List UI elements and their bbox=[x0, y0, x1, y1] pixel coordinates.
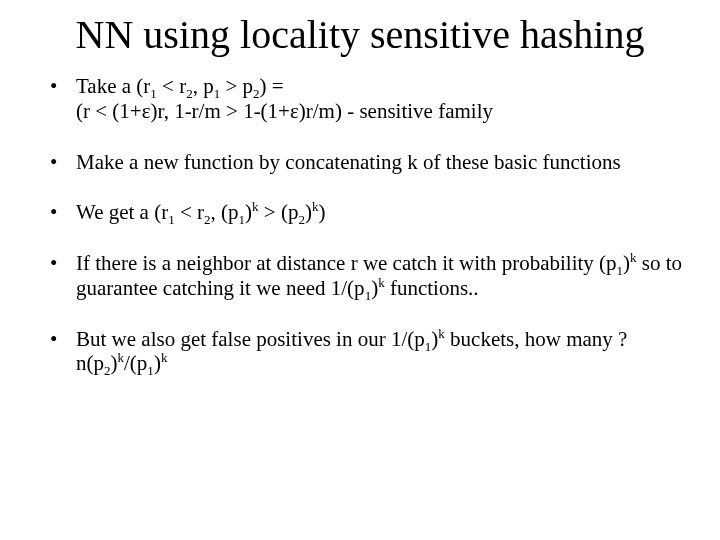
bullet-2: Make a new function by concatenating k o… bbox=[50, 150, 690, 175]
slide: NN using locality sensitive hashing Take… bbox=[0, 0, 720, 540]
slide-title: NN using locality sensitive hashing bbox=[30, 14, 690, 56]
bullet-2-text: Make a new function by concatenating k o… bbox=[76, 150, 621, 174]
bullet-4-text: If there is a neighbor at distance r we … bbox=[76, 251, 682, 300]
bullet-1: Take a (r1 < r2, p1 > p2) = (r < (1+ε)r,… bbox=[50, 74, 690, 124]
bullet-3-text: We get a (r1 < r2, (p1)k > (p2)k) bbox=[76, 200, 325, 224]
bullet-3: We get a (r1 < r2, (p1)k > (p2)k) bbox=[50, 200, 690, 225]
bullet-list: Take a (r1 < r2, p1 > p2) = (r < (1+ε)r,… bbox=[50, 74, 690, 376]
bullet-1-text: Take a (r1 < r2, p1 > p2) = (r < (1+ε)r,… bbox=[76, 74, 493, 123]
bullet-5: But we also get false positives in our 1… bbox=[50, 327, 690, 377]
bullet-4: If there is a neighbor at distance r we … bbox=[50, 251, 690, 301]
bullet-5-text: But we also get false positives in our 1… bbox=[76, 327, 627, 376]
